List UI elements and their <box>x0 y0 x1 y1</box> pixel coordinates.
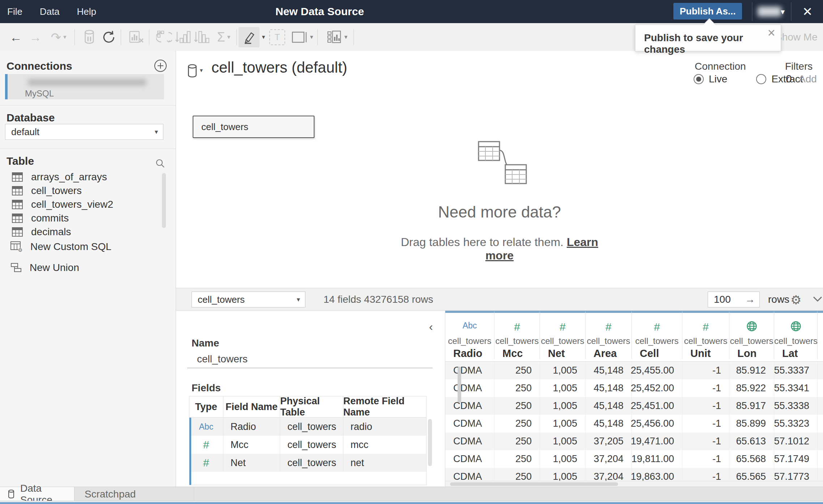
grid-column-header[interactable]: cell_towersLat <box>774 311 818 359</box>
fields-table-row[interactable]: AbcRadiocell_towersradio <box>189 418 426 436</box>
name-input[interactable]: cell_towers <box>197 353 248 365</box>
grid-row[interactable]: CDMA2501,00545,14825,452.00-185.92255.33… <box>445 379 823 397</box>
new-custom-sql[interactable]: ⚙ New Custom SQL <box>0 239 176 255</box>
add-connection-icon[interactable] <box>154 59 167 73</box>
titlebar-separator <box>791 2 792 21</box>
sort-descending-icon[interactable] <box>192 23 212 51</box>
datasource-caret-icon[interactable]: ▾ <box>200 67 203 74</box>
filters-count: 0 <box>786 73 792 85</box>
grid-column-header[interactable]: #cell_towersMcc <box>494 311 540 359</box>
grid-horizontal-scrollbar[interactable] <box>445 481 823 487</box>
grid-cell: 57.1773 <box>774 468 818 481</box>
grid-column-header[interactable]: cell_towersLon <box>729 311 774 359</box>
sidebar-table-item-label: decimals <box>31 226 71 238</box>
string-type-icon: Abc <box>199 422 214 432</box>
table-list-scrollbar[interactable] <box>162 173 166 228</box>
collapse-metadata-icon[interactable]: ‹ <box>429 320 433 333</box>
sidebar-table-item[interactable]: decimals <box>0 225 176 239</box>
grid-vertical-scrollbar[interactable] <box>458 367 461 403</box>
datasource-icon[interactable] <box>186 64 198 78</box>
fields-table-scrollbar[interactable] <box>428 419 432 466</box>
preview-settings-icon[interactable]: ⚙ <box>790 293 801 307</box>
highlight-icon[interactable] <box>239 27 260 47</box>
highlight-caret-icon[interactable]: ▾ <box>259 23 266 51</box>
fields-table: TypeField NamePhysical TableRemote Field… <box>189 396 426 485</box>
grid-row[interactable]: CDMA2501,00537,20419,863.00-165.56557.17… <box>445 468 823 481</box>
replay-icon[interactable]: ↷▾ <box>45 23 72 51</box>
grid-column-name: Lat <box>782 348 798 359</box>
grid-column-name: Lon <box>737 348 756 359</box>
number-type-icon: # <box>560 321 566 333</box>
grid-column-header[interactable]: #cell_towersArea <box>586 311 632 359</box>
grid-row[interactable]: CDMA2501,00545,14825,455.00-185.91255.33… <box>445 362 823 379</box>
union-icon <box>10 262 22 273</box>
menu-file[interactable]: File <box>7 6 22 17</box>
live-radio[interactable] <box>694 74 704 84</box>
grid-row[interactable]: CDMA2501,00537,20419,811.00-165.56857.17… <box>445 450 823 468</box>
field-type-cell <box>189 472 223 485</box>
window-close-icon[interactable]: ✕ <box>800 4 815 20</box>
avatar-caret-icon[interactable]: ▾ <box>781 7 785 17</box>
avatar[interactable] <box>758 7 781 17</box>
menubar: File Data Help <box>7 0 96 23</box>
grid-cell: 55.3323 <box>774 415 818 432</box>
label-icon[interactable]: T <box>267 23 287 51</box>
preview-table-select[interactable]: cell_towers ▾ <box>192 292 305 307</box>
refresh-icon[interactable] <box>99 23 119 51</box>
filters-add-button[interactable]: Add <box>799 73 817 85</box>
publish-as-button[interactable]: Publish As... <box>673 3 742 20</box>
grid-column-header[interactable]: #cell_towersUnit <box>682 311 729 359</box>
grid-column-header[interactable]: #cell_towersCell <box>632 311 682 359</box>
apply-row-count-icon[interactable]: → <box>745 294 755 305</box>
number-type-icon: # <box>703 321 709 333</box>
show-cards-icon[interactable]: ▾ <box>322 23 351 51</box>
sort-ascending-icon[interactable] <box>173 23 193 51</box>
grid-row[interactable]: CDMA2501,00545,14825,456.00-185.89955.33… <box>445 415 823 432</box>
grid-cell: 45,148 <box>586 415 632 432</box>
collapse-preview-icon[interactable] <box>812 296 823 303</box>
tab-data-source[interactable]: Data Source <box>0 487 74 501</box>
grid-row[interactable]: CDMA2501,00545,14825,451.00-185.91755.33… <box>445 397 823 415</box>
fit-icon[interactable]: ▾ <box>288 23 316 51</box>
fields-table-row[interactable]: #Mcccell_towersmcc <box>189 436 426 454</box>
clear-sheet-icon[interactable] <box>127 23 147 51</box>
window-title: New Data Source <box>275 5 364 18</box>
grid-column-header[interactable]: #cell_towersNet <box>540 311 586 359</box>
fields-table-row[interactable]: #Netcell_towersnet <box>189 454 426 472</box>
swap-rows-columns-icon[interactable] <box>154 23 174 51</box>
grid-column-header[interactable]: Abccell_towersRadio <box>445 311 494 359</box>
menu-data[interactable]: Data <box>40 6 60 17</box>
tab-scratchpad[interactable]: Scratchpad <box>74 487 194 501</box>
fields-table-column-header: Type <box>189 396 223 417</box>
database-select[interactable]: default ▾ <box>5 124 163 140</box>
sidebar-table-item[interactable]: cell_towers <box>0 184 176 198</box>
table-search-icon[interactable] <box>155 158 166 169</box>
grid-cell: 1,005 <box>540 450 586 468</box>
sidebar-table-item[interactable]: arrays_of_arrays <box>0 170 176 184</box>
undo-icon[interactable]: ← <box>7 23 25 51</box>
row-count-input[interactable]: 100 → <box>708 292 760 307</box>
grid-cell: CDMA <box>445 397 494 415</box>
menu-help[interactable]: Help <box>77 6 96 17</box>
grid-row[interactable]: CDMA2501,00537,20519,471.00-165.61357.10… <box>445 432 823 450</box>
redo-icon[interactable]: → <box>26 23 45 51</box>
extract-radio[interactable] <box>756 74 766 84</box>
string-type-icon: Abc <box>463 321 477 330</box>
grid-column-sliver <box>818 311 823 359</box>
fields-table-column-header: Physical Table <box>280 396 343 417</box>
field-type-cell: # <box>189 454 223 472</box>
geo-type-icon <box>746 323 757 329</box>
field-row-summary: 14 fields 43276158 rows <box>323 294 433 305</box>
sidebar-table-item[interactable]: cell_towers_view2 <box>0 198 176 211</box>
new-union[interactable]: New Union <box>0 260 176 276</box>
empty-state-subtitle: Drag tables here to relate them. <box>401 236 563 249</box>
grid-horizontal-scrollbar-thumb[interactable] <box>450 482 618 486</box>
pause-updates-icon[interactable] <box>80 23 98 51</box>
tooltip-close-icon[interactable]: ✕ <box>767 27 776 39</box>
connection-item[interactable]: MySQL <box>5 74 164 99</box>
totals-icon[interactable]: Σ▾ <box>212 23 236 51</box>
table-node-cell-towers[interactable]: cell_towers <box>193 116 314 138</box>
grid-cell: 250 <box>494 379 540 397</box>
sidebar-table-item[interactable]: commits <box>0 211 176 225</box>
show-me-button[interactable]: Show Me <box>775 23 818 51</box>
